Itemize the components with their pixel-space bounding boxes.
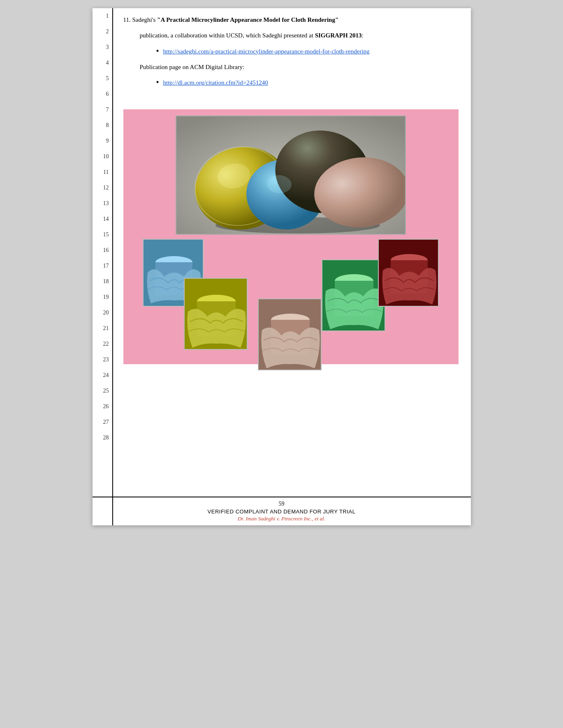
empty-line-24 (123, 414, 459, 430)
cloth-green-image (322, 259, 385, 331)
empty-line-6 (123, 90, 459, 106)
line-num-19: 19 (93, 289, 112, 305)
line-num-13: 13 (93, 196, 112, 211)
empty-line-22 (123, 383, 459, 399)
line-num-14: 14 (93, 211, 112, 227)
line-num-7: 7 (93, 102, 112, 118)
cloth-rendering-link[interactable]: http://sadeghi.com/a-practical-microcyli… (163, 48, 370, 55)
siggraph-2013: SIGGRAPH 2013 (315, 32, 362, 39)
empty-line-25 (123, 430, 459, 446)
empty-line-28 (123, 477, 459, 492)
line-num-21: 21 (93, 321, 112, 336)
line-num-6: 6 (93, 86, 112, 102)
link-2-row: • http://dl.acm.org/citation.cfm?id=2451… (123, 75, 459, 90)
item-11-prefix: 11. Sadeghi's (123, 16, 158, 23)
line-num-26: 26 (93, 399, 112, 414)
line-num-8: 8 (93, 118, 112, 133)
line-num-18: 18 (93, 274, 112, 289)
line-num-27: 27 (93, 414, 112, 430)
empty-line-23 (123, 399, 459, 414)
line-2-row: publication, a collaboration within UCSD… (123, 28, 459, 44)
empty-line-26 (123, 446, 459, 461)
line-num-22: 22 (93, 336, 112, 352)
cloth-pink-image (258, 298, 322, 370)
item-11-bold: "A Practical Microcylinder Appearance Mo… (157, 16, 338, 23)
footer-title: VERIFIED COMPLAINT AND DEMAND FOR JURY T… (101, 508, 463, 515)
pillows-svg (176, 116, 406, 235)
line-num-28: 28 (93, 430, 112, 446)
line-2-end: : (361, 32, 363, 39)
line-4-text: Publication page on ACM Digital Library: (140, 60, 459, 74)
line-num-1: 1 (93, 8, 112, 24)
line-num-9: 9 (93, 133, 112, 149)
line-numbers: 1 2 3 4 5 6 7 8 9 10 11 12 13 14 15 16 1… (93, 8, 113, 525)
line-4-row: Publication page on ACM Digital Library: (123, 59, 459, 75)
line-num-25: 25 (93, 383, 112, 399)
acm-link[interactable]: http://dl.acm.org/citation.cfm?id=245124… (163, 79, 268, 86)
page-number: 59 (101, 501, 463, 507)
line-num-10: 10 (93, 149, 112, 164)
line-num-20: 20 (93, 305, 112, 321)
line-num-2: 2 (93, 24, 112, 39)
line-num-11: 11 (93, 164, 112, 180)
bullet-1: • (156, 46, 159, 56)
link-1-row: • http://sadeghi.com/a-practical-microcy… (123, 44, 459, 59)
footer-subtitle: Dr. Iman Sadeghi v. Pinscreen Inc., et a… (101, 515, 463, 522)
cloth-red-image (378, 239, 439, 307)
image-section (123, 109, 459, 364)
sub-images-container (143, 239, 439, 358)
line-num-5: 5 (93, 71, 112, 86)
line-num-15: 15 (93, 227, 112, 243)
line-num-17: 17 (93, 258, 112, 274)
line-2-text: publication, a collaboration within UCSD… (140, 28, 459, 43)
footer: 59 VERIFIED COMPLAINT AND DEMAND FOR JUR… (93, 497, 471, 525)
empty-line-27 (123, 461, 459, 477)
line-num-12: 12 (93, 180, 112, 196)
line-num-3: 3 (93, 39, 112, 55)
line-num-16: 16 (93, 243, 112, 258)
cloth-yellow-image (184, 278, 248, 350)
line-2-desc: publication, a collaboration within UCSD… (140, 32, 315, 39)
page: 1 2 3 4 5 6 7 8 9 10 11 12 13 14 15 16 1… (93, 8, 471, 525)
bullet-2: • (156, 78, 159, 87)
item-11-row: 11. Sadeghi's "A Practical Microcylinder… (123, 12, 459, 28)
line-num-4: 4 (93, 55, 112, 71)
main-pillows-image (176, 116, 406, 235)
line-num-23: 23 (93, 352, 112, 367)
line-num-24: 24 (93, 367, 112, 383)
item-11-text: 11. Sadeghi's "A Practical Microcylinder… (123, 12, 459, 27)
